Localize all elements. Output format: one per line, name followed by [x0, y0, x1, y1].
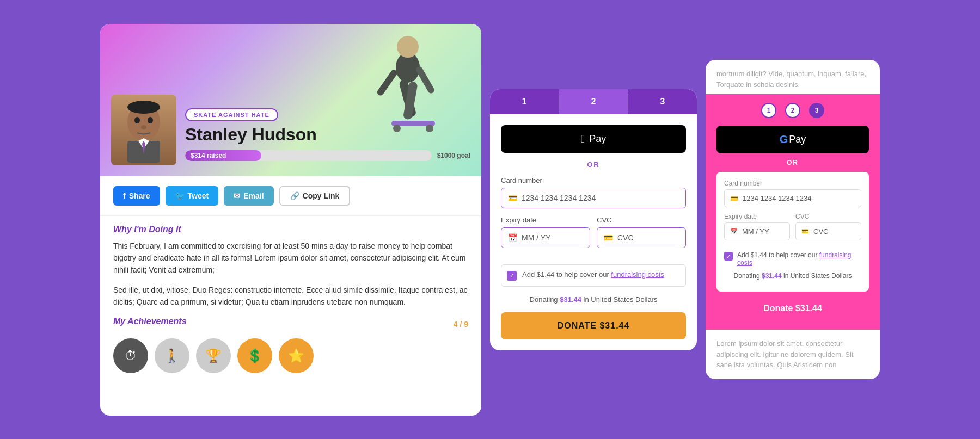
right-step-1[interactable]: 1	[761, 103, 776, 118]
cvc-input[interactable]: 💳 CVC	[597, 227, 686, 248]
achievement-icon-trophy: 🏆	[196, 338, 231, 373]
right-or-divider: OR	[716, 159, 869, 166]
cvc-icon: 💳	[604, 233, 613, 242]
right-bottom-text: Lorem ipsum dolor sit amet, consectetur …	[706, 330, 880, 379]
expiry-cvc-row: Expiry date 📅 MM / YY CVC 💳 CVC	[501, 216, 686, 256]
share-facebook-label: Share	[129, 191, 150, 200]
right-cvc-wrap: CVC 💳 CVC	[795, 213, 861, 246]
skater-figure-icon	[362, 24, 460, 176]
share-facebook-button[interactable]: f Share	[113, 186, 160, 206]
expiry-label: Expiry date	[501, 216, 590, 224]
right-expiry-placeholder: MM / YY	[742, 227, 769, 236]
achievements-header: My Achievements 4 / 9	[113, 317, 468, 332]
progress-fill: $314 raised	[185, 150, 261, 161]
right-expiry-wrap: Expiry date 📅 MM / YY	[724, 213, 790, 246]
calendar-icon: 📅	[508, 233, 517, 242]
right-card-number-label: Card number	[724, 180, 861, 187]
right-expiry-cvc-row: Expiry date 📅 MM / YY CVC 💳 CVC	[724, 213, 861, 246]
right-donating-info: Donating $31.44 in United States Dollars	[724, 272, 861, 280]
right-calendar-icon: 📅	[730, 228, 738, 235]
right-checkbox-text-part: Add $1.44 to help cover our	[737, 251, 817, 259]
fundraising-cost-checkbox-row: ✓ Add $1.44 to help cover our fundraisin…	[501, 264, 686, 287]
share-row: f Share 🐦 Tweet ✉ Email 🔗 Copy Link	[100, 176, 481, 216]
right-cvc-input[interactable]: 💳 CVC	[795, 222, 861, 240]
why-text-paragraph-2: Sed ille, ut dixi, vitiose. Duo Reges: c…	[113, 284, 468, 308]
right-card-icon: 💳	[730, 195, 738, 202]
achievement-icon-person: 🚶	[155, 338, 189, 373]
achievement-icon-timer: ⏱	[113, 338, 148, 373]
svg-rect-4	[376, 69, 398, 97]
apple-icon: 	[581, 133, 585, 145]
or-divider: OR	[501, 160, 686, 169]
share-twitter-label: Tweet	[188, 191, 209, 200]
svg-point-14	[134, 117, 140, 123]
donating-text: Donating	[530, 295, 558, 304]
payment-card-right: mortuum diligit? Vide, quantum, inquam, …	[706, 60, 880, 379]
donating-info: Donating $31.44 in United States Dollars	[501, 295, 686, 304]
right-fundraising-checkbox[interactable]: ✓	[724, 252, 733, 261]
copy-link-label: Copy Link	[303, 191, 340, 200]
right-card-number-input[interactable]: 💳 1234 1234 1234 1234	[724, 189, 861, 207]
pay-text: Pay	[789, 134, 806, 145]
right-card-fields: Card number 💳 1234 1234 1234 1234 Expiry…	[716, 172, 869, 292]
cvc-label: CVC	[597, 216, 686, 224]
card-number-label: Card number	[501, 176, 686, 184]
right-expiry-input[interactable]: 📅 MM / YY	[724, 222, 790, 240]
achievements-row: ⏱ 🚶 🏆 💲 ⭐	[113, 338, 468, 373]
svg-point-8	[426, 125, 433, 132]
achievement-icon-dollar: 💲	[237, 338, 272, 373]
fundraising-checkbox-text: Add $1.44 to help cover our fundraising …	[522, 270, 664, 279]
twitter-icon: 🐦	[175, 191, 185, 200]
expiry-input[interactable]: 📅 MM / YY	[501, 227, 590, 248]
right-card-number-value: 1234 1234 1234 1234	[743, 194, 812, 202]
share-twitter-button[interactable]: 🐦 Tweet	[166, 186, 219, 206]
facebook-icon: f	[123, 191, 126, 200]
donating-amount: $31.44	[560, 295, 581, 304]
avatar-person-icon	[117, 97, 171, 163]
svg-point-10	[127, 101, 160, 114]
avatar	[111, 95, 176, 165]
achievements-title: My Achievements	[113, 317, 187, 326]
card-number-input[interactable]: 💳 1234 1234 1234 1234	[501, 188, 686, 208]
why-text-paragraph-1: This February, I am committed to exercis…	[113, 240, 468, 276]
share-email-button[interactable]: ✉ Email	[224, 186, 273, 206]
step-3[interactable]: 3	[628, 89, 697, 114]
fundraising-costs-link[interactable]: fundraising costs	[611, 270, 664, 279]
expiry-placeholder: MM / YY	[522, 233, 550, 242]
why-doing-it-title: Why I'm Doing It	[113, 225, 468, 234]
svg-rect-5	[415, 65, 436, 95]
right-donating-currency: in United States Dollars	[783, 272, 852, 280]
step-indicators: 1 2 3	[716, 103, 869, 118]
share-email-label: Email	[243, 191, 264, 200]
svg-point-16	[141, 125, 146, 129]
step-1[interactable]: 1	[490, 89, 559, 114]
right-cvc-placeholder: CVC	[813, 227, 828, 236]
payment-body:  Pay OR Card number 💳 1234 1234 1234 12…	[490, 114, 697, 350]
payment-card-middle: 1 2 3  Pay OR Card number 💳 1234 1234 1…	[490, 89, 697, 350]
right-expiry-label: Expiry date	[724, 213, 790, 220]
right-step-3[interactable]: 3	[809, 103, 824, 118]
card-number-value: 1234 1234 1234 1234	[522, 194, 596, 202]
google-pay-button[interactable]: G Pay	[716, 126, 869, 153]
right-top-text: mortuum diligit? Vide, quantum, inquam, …	[706, 60, 880, 94]
achievements-count: 4 / 9	[454, 320, 468, 329]
right-top-paragraph: mortuum diligit? Vide, quantum, inquam, …	[716, 70, 866, 89]
right-cvc-icon: 💳	[801, 228, 809, 235]
right-donating-amount: $31.44	[762, 272, 782, 280]
fundraising-checkbox[interactable]: ✓	[507, 271, 517, 281]
donate-button[interactable]: DONATE $31.44	[501, 312, 686, 339]
copy-link-button[interactable]: 🔗 Copy Link	[279, 186, 351, 206]
svg-point-15	[148, 117, 153, 123]
step-2[interactable]: 2	[559, 89, 628, 114]
achievement-icon-star: ⭐	[279, 338, 314, 373]
donating-currency: in United States Dollars	[584, 295, 658, 304]
cvc-field-group: CVC 💳 CVC	[597, 216, 686, 248]
credit-card-icon: 💳	[508, 194, 517, 202]
expiry-field-group: Expiry date 📅 MM / YY	[501, 216, 590, 248]
right-donate-button[interactable]: Donate $31.44	[716, 296, 869, 321]
apple-pay-button[interactable]:  Pay	[501, 125, 686, 153]
card-number-field-group: Card number 💳 1234 1234 1234 1234	[501, 176, 686, 208]
svg-point-7	[393, 125, 401, 132]
cvc-placeholder: CVC	[617, 233, 634, 242]
right-step-2[interactable]: 2	[785, 103, 800, 118]
